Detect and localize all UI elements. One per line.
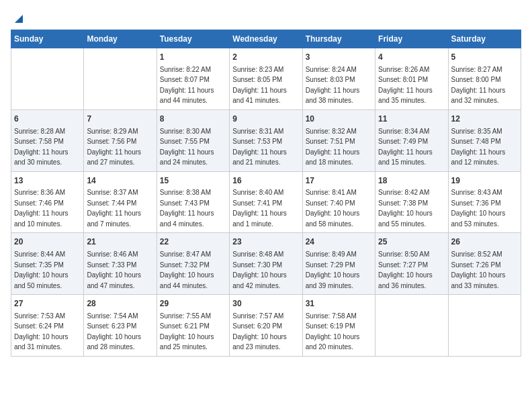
calendar-day-cell: 12Sunrise: 8:35 AMSunset: 7:48 PMDayligh… [448,109,521,171]
page-header [11,11,521,24]
day-number: 8 [160,113,226,125]
day-number: 31 [306,298,372,310]
day-info: Sunrise: 7:54 AMSunset: 6:23 PMDaylight:… [87,312,141,351]
calendar-day-cell: 3Sunrise: 8:24 AMSunset: 8:03 PMDaylight… [302,48,375,110]
day-info: Sunrise: 8:52 AMSunset: 7:26 PMDaylight:… [451,250,506,289]
day-number: 22 [160,236,226,248]
day-info: Sunrise: 8:44 AMSunset: 7:35 PMDaylight:… [14,250,69,289]
calendar-day-cell: 22Sunrise: 8:47 AMSunset: 7:32 PMDayligh… [157,233,229,295]
day-info: Sunrise: 8:38 AMSunset: 7:43 PMDaylight:… [160,189,214,228]
day-info: Sunrise: 8:49 AMSunset: 7:29 PMDaylight:… [306,250,360,289]
day-info: Sunrise: 8:27 AMSunset: 8:00 PMDaylight:… [451,66,506,105]
day-info: Sunrise: 7:55 AMSunset: 6:21 PMDaylight:… [160,312,214,351]
calendar-day-cell: 24Sunrise: 8:49 AMSunset: 7:29 PMDayligh… [302,233,375,295]
calendar-day-cell: 14Sunrise: 8:37 AMSunset: 7:44 PMDayligh… [84,171,157,233]
day-info: Sunrise: 8:48 AMSunset: 7:30 PMDaylight:… [232,250,287,289]
day-info: Sunrise: 8:36 AMSunset: 7:46 PMDaylight:… [14,189,69,228]
logo [11,11,26,24]
calendar-day-cell: 29Sunrise: 7:55 AMSunset: 6:21 PMDayligh… [157,295,229,357]
day-info: Sunrise: 8:42 AMSunset: 7:38 PMDaylight:… [378,189,433,228]
calendar-day-cell [448,295,521,357]
calendar-day-cell: 7Sunrise: 8:29 AMSunset: 7:56 PMDaylight… [84,109,157,171]
calendar-day-cell: 2Sunrise: 8:23 AMSunset: 8:05 PMDaylight… [230,48,302,110]
calendar-day-cell: 18Sunrise: 8:42 AMSunset: 7:38 PMDayligh… [375,171,448,233]
calendar-day-cell: 21Sunrise: 8:46 AMSunset: 7:33 PMDayligh… [84,233,157,295]
day-info: Sunrise: 8:50 AMSunset: 7:27 PMDaylight:… [378,250,433,289]
calendar-day-cell: 15Sunrise: 8:38 AMSunset: 7:43 PMDayligh… [157,171,229,233]
day-number: 24 [306,236,372,248]
day-number: 26 [451,236,518,248]
calendar-day-cell: 6Sunrise: 8:28 AMSunset: 7:58 PMDaylight… [11,109,84,171]
day-info: Sunrise: 8:24 AMSunset: 8:03 PMDaylight:… [306,66,360,105]
day-number: 4 [378,52,445,63]
calendar-day-cell: 28Sunrise: 7:54 AMSunset: 6:23 PMDayligh… [84,295,157,357]
calendar-day-cell: 19Sunrise: 8:43 AMSunset: 7:36 PMDayligh… [448,171,521,233]
calendar-day-cell: 5Sunrise: 8:27 AMSunset: 8:00 PMDaylight… [448,48,521,110]
calendar-week-row: 13Sunrise: 8:36 AMSunset: 7:46 PMDayligh… [11,171,521,233]
calendar-day-cell: 20Sunrise: 8:44 AMSunset: 7:35 PMDayligh… [11,233,84,295]
day-number: 25 [378,236,445,248]
day-info: Sunrise: 8:41 AMSunset: 7:40 PMDaylight:… [306,189,360,228]
calendar-day-cell: 27Sunrise: 7:53 AMSunset: 6:24 PMDayligh… [11,295,84,357]
calendar-day-cell [375,295,448,357]
calendar-day-cell: 25Sunrise: 8:50 AMSunset: 7:27 PMDayligh… [375,233,448,295]
calendar-table: SundayMondayTuesdayWednesdayThursdayFrid… [11,30,521,357]
day-number: 9 [232,113,299,125]
weekday-header-row: SundayMondayTuesdayWednesdayThursdayFrid… [11,30,521,48]
calendar-day-cell: 17Sunrise: 8:41 AMSunset: 7:40 PMDayligh… [302,171,375,233]
day-number: 30 [232,298,299,310]
calendar-day-cell: 16Sunrise: 8:40 AMSunset: 7:41 PMDayligh… [230,171,302,233]
day-info: Sunrise: 8:46 AMSunset: 7:33 PMDaylight:… [87,250,141,289]
weekday-header: Friday [375,30,448,48]
calendar-day-cell: 1Sunrise: 8:22 AMSunset: 8:07 PMDaylight… [157,48,229,110]
day-number: 15 [160,175,226,187]
day-info: Sunrise: 7:53 AMSunset: 6:24 PMDaylight:… [14,312,69,351]
day-number: 28 [87,298,153,310]
weekday-header: Tuesday [157,30,229,48]
day-number: 6 [14,113,81,125]
day-info: Sunrise: 8:30 AMSunset: 7:55 PMDaylight:… [160,128,214,167]
weekday-header: Saturday [448,30,521,48]
day-number: 21 [87,236,153,248]
day-number: 23 [232,236,299,248]
day-number: 27 [14,298,81,310]
calendar-week-row: 1Sunrise: 8:22 AMSunset: 8:07 PMDaylight… [11,48,521,110]
day-number: 20 [14,236,81,248]
day-info: Sunrise: 8:26 AMSunset: 8:01 PMDaylight:… [378,66,433,105]
day-info: Sunrise: 8:32 AMSunset: 7:51 PMDaylight:… [306,128,360,167]
day-number: 7 [87,113,153,125]
day-number: 13 [14,175,81,187]
calendar-day-cell: 11Sunrise: 8:34 AMSunset: 7:49 PMDayligh… [375,109,448,171]
day-info: Sunrise: 8:34 AMSunset: 7:49 PMDaylight:… [378,128,433,167]
day-number: 3 [306,52,372,63]
day-number: 19 [451,175,518,187]
calendar-day-cell: 9Sunrise: 8:31 AMSunset: 7:53 PMDaylight… [230,109,302,171]
weekday-header: Wednesday [230,30,302,48]
day-info: Sunrise: 8:29 AMSunset: 7:56 PMDaylight:… [87,128,141,167]
calendar-week-row: 6Sunrise: 8:28 AMSunset: 7:58 PMDaylight… [11,109,521,171]
calendar-week-row: 20Sunrise: 8:44 AMSunset: 7:35 PMDayligh… [11,233,521,295]
day-number: 5 [451,52,518,63]
day-info: Sunrise: 8:35 AMSunset: 7:48 PMDaylight:… [451,128,506,167]
day-number: 10 [306,113,372,125]
day-info: Sunrise: 8:31 AMSunset: 7:53 PMDaylight:… [232,128,287,167]
calendar-day-cell: 30Sunrise: 7:57 AMSunset: 6:20 PMDayligh… [230,295,302,357]
day-info: Sunrise: 8:40 AMSunset: 7:41 PMDaylight:… [232,189,287,228]
day-number: 11 [378,113,445,125]
weekday-header: Monday [84,30,157,48]
day-number: 14 [87,175,153,187]
calendar-day-cell: 8Sunrise: 8:30 AMSunset: 7:55 PMDaylight… [157,109,229,171]
day-number: 2 [232,52,299,63]
day-info: Sunrise: 8:28 AMSunset: 7:58 PMDaylight:… [14,128,69,167]
calendar-day-cell [11,48,84,110]
calendar-day-cell: 23Sunrise: 8:48 AMSunset: 7:30 PMDayligh… [230,233,302,295]
logo-icon [12,11,26,24]
day-info: Sunrise: 8:43 AMSunset: 7:36 PMDaylight:… [451,189,506,228]
calendar-day-cell: 13Sunrise: 8:36 AMSunset: 7:46 PMDayligh… [11,171,84,233]
svg-marker-0 [15,15,23,23]
calendar-week-row: 27Sunrise: 7:53 AMSunset: 6:24 PMDayligh… [11,295,521,357]
day-info: Sunrise: 7:57 AMSunset: 6:20 PMDaylight:… [232,312,287,351]
day-info: Sunrise: 8:22 AMSunset: 8:07 PMDaylight:… [160,66,214,105]
day-number: 17 [306,175,372,187]
weekday-header: Sunday [11,30,84,48]
